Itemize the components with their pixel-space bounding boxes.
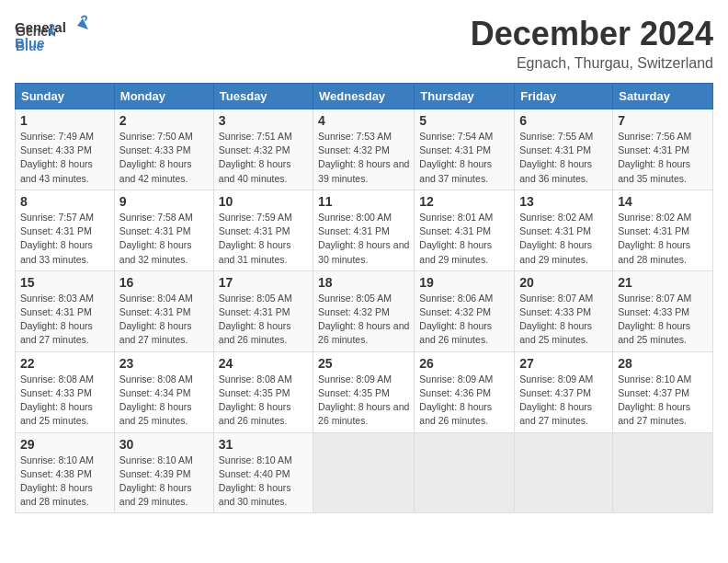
day-detail: Sunrise: 7:53 AMSunset: 4:32 PMDaylight:…: [318, 131, 409, 184]
day-cell: 28Sunrise: 8:10 AMSunset: 4:37 PMDayligh…: [613, 351, 713, 432]
day-detail: Sunrise: 8:09 AMSunset: 4:36 PMDaylight:…: [419, 373, 493, 427]
day-number: 16: [119, 275, 209, 290]
day-detail: Sunrise: 7:49 AMSunset: 4:33 PMDaylight:…: [20, 131, 94, 184]
day-cell: 22Sunrise: 8:08 AMSunset: 4:33 PMDayligh…: [16, 351, 115, 432]
day-number: 26: [419, 356, 509, 371]
day-cell: 23Sunrise: 8:08 AMSunset: 4:34 PMDayligh…: [114, 351, 213, 432]
header-sunday: Sunday: [16, 84, 115, 109]
day-cell: 19Sunrise: 8:06 AMSunset: 4:32 PMDayligh…: [415, 270, 515, 351]
day-cell: 20Sunrise: 8:07 AMSunset: 4:33 PMDayligh…: [515, 270, 613, 351]
day-number: 12: [419, 194, 509, 209]
day-detail: Sunrise: 8:03 AMSunset: 4:31 PMDaylight:…: [20, 293, 94, 346]
day-detail: Sunrise: 8:07 AMSunset: 4:33 PMDaylight:…: [618, 293, 691, 346]
day-cell: 16Sunrise: 8:04 AMSunset: 4:31 PMDayligh…: [114, 270, 213, 351]
day-cell: 10Sunrise: 7:59 AMSunset: 4:31 PMDayligh…: [213, 190, 313, 270]
header-saturday: Saturday: [613, 84, 713, 109]
day-number: 24: [219, 356, 308, 371]
day-detail: Sunrise: 8:09 AMSunset: 4:37 PMDaylight:…: [519, 373, 593, 427]
day-detail: Sunrise: 8:05 AMSunset: 4:32 PMDaylight:…: [318, 293, 409, 346]
day-detail: Sunrise: 7:57 AMSunset: 4:31 PMDaylight:…: [20, 212, 94, 265]
calendar-table: SundayMondayTuesdayWednesdayThursdayFrid…: [15, 83, 713, 513]
svg-text:Blue: Blue: [16, 39, 44, 53]
header-tuesday: Tuesday: [213, 84, 313, 109]
day-cell: 31Sunrise: 8:10 AMSunset: 4:40 PMDayligh…: [213, 432, 313, 513]
day-cell: [515, 432, 613, 513]
day-detail: Sunrise: 8:02 AMSunset: 4:31 PMDaylight:…: [618, 212, 691, 265]
day-number: 18: [318, 275, 409, 290]
header-friday: Friday: [515, 84, 613, 109]
day-cell: 3Sunrise: 7:51 AMSunset: 4:32 PMDaylight…: [213, 109, 313, 190]
day-number: 9: [119, 194, 209, 209]
week-row-5: 29Sunrise: 8:10 AMSunset: 4:38 PMDayligh…: [16, 432, 713, 513]
day-cell: 29Sunrise: 8:10 AMSunset: 4:38 PMDayligh…: [16, 432, 115, 513]
day-cell: 11Sunrise: 8:00 AMSunset: 4:31 PMDayligh…: [313, 190, 415, 270]
day-number: 1: [20, 113, 109, 128]
day-number: 27: [519, 356, 608, 371]
calendar-title-area: December 2024 Egnach, Thurgau, Switzerla…: [471, 15, 713, 72]
day-detail: Sunrise: 8:00 AMSunset: 4:31 PMDaylight:…: [318, 212, 409, 265]
day-detail: Sunrise: 8:08 AMSunset: 4:34 PMDaylight:…: [119, 373, 193, 427]
day-cell: 12Sunrise: 8:01 AMSunset: 4:31 PMDayligh…: [415, 190, 515, 270]
day-detail: Sunrise: 8:10 AMSunset: 4:39 PMDaylight:…: [119, 454, 193, 508]
day-detail: Sunrise: 8:08 AMSunset: 4:33 PMDaylight:…: [20, 373, 94, 427]
day-number: 21: [618, 275, 708, 290]
day-cell: 25Sunrise: 8:09 AMSunset: 4:35 PMDayligh…: [313, 351, 415, 432]
day-detail: Sunrise: 8:10 AMSunset: 4:37 PMDaylight:…: [618, 373, 691, 427]
week-row-4: 22Sunrise: 8:08 AMSunset: 4:33 PMDayligh…: [16, 351, 713, 432]
day-cell: 7Sunrise: 7:56 AMSunset: 4:31 PMDaylight…: [613, 109, 713, 190]
day-number: 11: [318, 194, 409, 209]
week-row-2: 8Sunrise: 7:57 AMSunset: 4:31 PMDaylight…: [16, 190, 713, 270]
week-row-1: 1Sunrise: 7:49 AMSunset: 4:33 PMDaylight…: [16, 109, 713, 190]
day-cell: 1Sunrise: 7:49 AMSunset: 4:33 PMDaylight…: [16, 109, 115, 190]
day-cell: [613, 432, 713, 513]
day-detail: Sunrise: 8:04 AMSunset: 4:31 PMDaylight:…: [119, 293, 193, 346]
day-detail: Sunrise: 7:56 AMSunset: 4:31 PMDaylight:…: [618, 131, 691, 184]
logo-text-block: General Blue: [15, 20, 55, 61]
day-number: 5: [419, 113, 509, 128]
header-thursday: Thursday: [415, 84, 515, 109]
day-number: 2: [119, 113, 209, 128]
day-detail: Sunrise: 8:06 AMSunset: 4:32 PMDaylight:…: [419, 293, 493, 346]
header-monday: Monday: [114, 84, 213, 109]
day-number: 6: [519, 113, 608, 128]
day-detail: Sunrise: 8:09 AMSunset: 4:35 PMDaylight:…: [318, 373, 409, 427]
day-cell: 5Sunrise: 7:54 AMSunset: 4:31 PMDaylight…: [415, 109, 515, 190]
day-cell: 6Sunrise: 7:55 AMSunset: 4:31 PMDaylight…: [515, 109, 613, 190]
day-number: 20: [519, 275, 608, 290]
day-detail: Sunrise: 7:50 AMSunset: 4:33 PMDaylight:…: [119, 131, 193, 184]
day-number: 8: [20, 194, 109, 209]
day-cell: 30Sunrise: 8:10 AMSunset: 4:39 PMDayligh…: [114, 432, 213, 513]
day-number: 25: [318, 356, 409, 371]
day-number: 3: [219, 113, 308, 128]
day-detail: Sunrise: 8:01 AMSunset: 4:31 PMDaylight:…: [419, 212, 493, 265]
day-cell: 24Sunrise: 8:08 AMSunset: 4:35 PMDayligh…: [213, 351, 313, 432]
day-detail: Sunrise: 7:59 AMSunset: 4:31 PMDaylight:…: [219, 212, 292, 265]
day-cell: 13Sunrise: 8:02 AMSunset: 4:31 PMDayligh…: [515, 190, 613, 270]
day-detail: Sunrise: 8:02 AMSunset: 4:31 PMDaylight:…: [519, 212, 593, 265]
day-detail: Sunrise: 8:07 AMSunset: 4:33 PMDaylight:…: [519, 293, 593, 346]
day-cell: 17Sunrise: 8:05 AMSunset: 4:31 PMDayligh…: [213, 270, 313, 351]
day-cell: 8Sunrise: 7:57 AMSunset: 4:31 PMDaylight…: [16, 190, 115, 270]
day-cell: 26Sunrise: 8:09 AMSunset: 4:36 PMDayligh…: [415, 351, 515, 432]
day-detail: Sunrise: 7:51 AMSunset: 4:32 PMDaylight:…: [219, 131, 292, 184]
day-number: 31: [219, 437, 308, 452]
day-number: 4: [318, 113, 409, 128]
day-detail: Sunrise: 7:58 AMSunset: 4:31 PMDaylight:…: [119, 212, 193, 265]
day-cell: 27Sunrise: 8:09 AMSunset: 4:37 PMDayligh…: [515, 351, 613, 432]
day-number: 13: [519, 194, 608, 209]
day-number: 19: [419, 275, 509, 290]
day-number: 29: [20, 437, 109, 452]
calendar-title: December 2024: [471, 15, 713, 53]
day-number: 14: [618, 194, 708, 209]
day-number: 17: [219, 275, 308, 290]
day-cell: 2Sunrise: 7:50 AMSunset: 4:33 PMDaylight…: [114, 109, 213, 190]
header-row: SundayMondayTuesdayWednesdayThursdayFrid…: [16, 84, 713, 109]
header-wednesday: Wednesday: [313, 84, 415, 109]
day-cell: 9Sunrise: 7:58 AMSunset: 4:31 PMDaylight…: [114, 190, 213, 270]
day-number: 10: [219, 194, 308, 209]
day-cell: 14Sunrise: 8:02 AMSunset: 4:31 PMDayligh…: [613, 190, 713, 270]
day-cell: 15Sunrise: 8:03 AMSunset: 4:31 PMDayligh…: [16, 270, 115, 351]
day-number: 28: [618, 356, 708, 371]
day-number: 30: [119, 437, 209, 452]
day-detail: Sunrise: 8:10 AMSunset: 4:40 PMDaylight:…: [219, 454, 292, 508]
